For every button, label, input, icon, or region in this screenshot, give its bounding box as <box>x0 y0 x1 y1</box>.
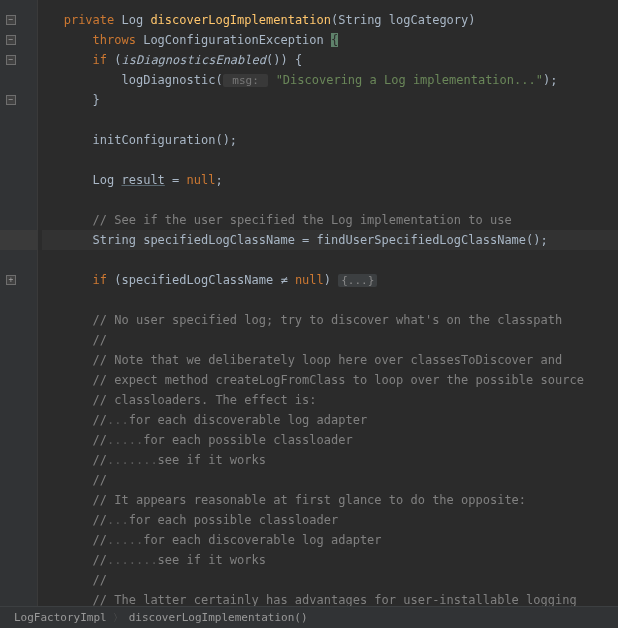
fold-icon[interactable]: − <box>6 15 16 25</box>
code-line[interactable]: throws LogConfigurationException { <box>42 30 618 50</box>
fold-icon[interactable]: + <box>6 275 16 285</box>
cursor: { <box>331 33 338 47</box>
code-line[interactable]: //.......see if it works <box>42 550 618 570</box>
code-line[interactable]: if (isDiagnosticsEnabled()) { <box>42 50 618 70</box>
fold-icon[interactable]: − <box>6 55 16 65</box>
gutter: − − − − + <box>0 0 38 606</box>
code-line[interactable]: if (specifiedLogClassName ≠ null) {...} <box>42 270 618 290</box>
code-line[interactable]: //.....for each discoverable log adapter <box>42 530 618 550</box>
code-line[interactable]: logDiagnostic( msg: "Discovering a Log i… <box>42 70 618 90</box>
code-line[interactable]: // <box>42 570 618 590</box>
code-line[interactable]: // Note that we deliberately loop here o… <box>42 350 618 370</box>
code-line[interactable]: //...for each discoverable log adapter <box>42 410 618 430</box>
breadcrumb-method[interactable]: discoverLogImplementation() <box>129 608 308 628</box>
breadcrumb: LogFactoryImpl 〉 discoverLogImplementati… <box>0 606 618 628</box>
param-hint: msg: <box>223 74 269 87</box>
code-editor[interactable]: − − − − + private Log discoverLogImpleme… <box>0 0 618 606</box>
code-line-highlighted[interactable]: String specifiedLogClassName = findUserS… <box>42 230 618 250</box>
code-line[interactable]: // <box>42 470 618 490</box>
code-line[interactable]: // See if the user specified the Log imp… <box>42 210 618 230</box>
code-line[interactable]: initConfiguration(); <box>42 130 618 150</box>
code-line[interactable]: } <box>42 90 618 110</box>
code-line[interactable] <box>42 110 618 130</box>
code-line[interactable]: // expect method createLogFromClass to l… <box>42 370 618 390</box>
code-line[interactable]: //...for each possible classloader <box>42 510 618 530</box>
code-line[interactable] <box>42 190 618 210</box>
chevron-right-icon: 〉 <box>107 608 129 628</box>
code-line[interactable]: Log result = null; <box>42 170 618 190</box>
code-line[interactable]: //.....for each possible classloader <box>42 430 618 450</box>
fold-icon[interactable]: − <box>6 35 16 45</box>
code-line[interactable]: //.......see if it works <box>42 450 618 470</box>
code-line[interactable] <box>42 150 618 170</box>
code-area[interactable]: private Log discoverLogImplementation(St… <box>38 0 618 606</box>
fold-icon[interactable]: − <box>6 95 16 105</box>
code-line[interactable] <box>42 250 618 270</box>
code-line[interactable]: // No user specified log; try to discove… <box>42 310 618 330</box>
breadcrumb-class[interactable]: LogFactoryImpl <box>14 608 107 628</box>
code-line[interactable]: // <box>42 330 618 350</box>
code-line[interactable]: private Log discoverLogImplementation(St… <box>42 0 618 30</box>
code-line[interactable] <box>42 290 618 310</box>
code-line[interactable]: // It appears reasonable at first glance… <box>42 490 618 510</box>
code-line[interactable]: // The latter certainly has advantages f… <box>42 590 618 606</box>
code-fold[interactable]: {...} <box>338 274 377 287</box>
code-line[interactable]: // classloaders. The effect is: <box>42 390 618 410</box>
